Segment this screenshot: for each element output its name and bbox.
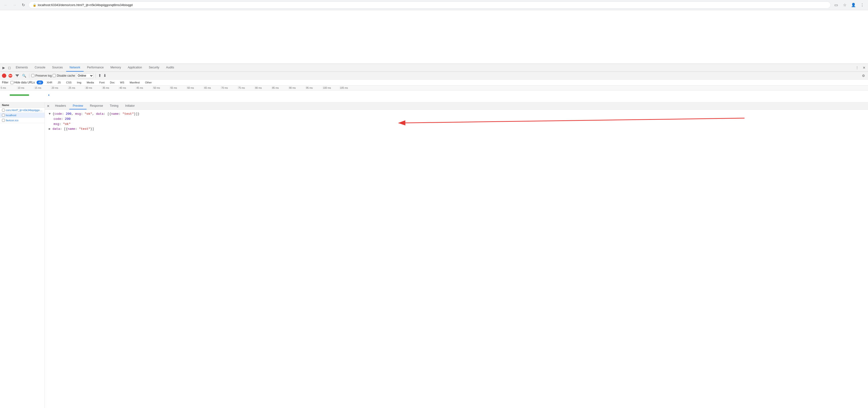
tab-performance[interactable]: Performance	[84, 64, 107, 71]
timeline-tick: 10 ms	[17, 87, 34, 89]
url-text: localhost:63343/demo/cors.html?_ijt=n5k3…	[38, 3, 132, 7]
preview-tab-response[interactable]: Response	[87, 103, 106, 109]
filter-type-other[interactable]: Other	[144, 81, 154, 84]
content-area: Name cors.html?_ijt=n5k34bqslggonq... lo…	[0, 103, 868, 408]
tab-application[interactable]: Application	[124, 64, 145, 71]
filter-type-css[interactable]: CSS	[64, 81, 73, 84]
filter-type-ws[interactable]: WS	[118, 81, 126, 84]
filter-type-all[interactable]: All	[37, 81, 43, 84]
filter-type-js[interactable]: JS	[56, 81, 63, 84]
preview-content: ▼ {code: 200, msg: "ok", data: [{name: "…	[45, 110, 868, 408]
file-item-cors[interactable]: cors.html?_ijt=n5k34bqslggonq...	[0, 108, 44, 113]
tab-security[interactable]: Security	[145, 64, 163, 71]
export-button[interactable]: ⬇	[103, 73, 107, 78]
preview-tab-initiator[interactable]: Initiator	[122, 103, 138, 109]
menu-button[interactable]: ⋮	[859, 2, 866, 8]
timeline-tick: 80 ms	[254, 87, 271, 89]
browser-toolbar: ← → ↻ 🔒 localhost:63343/demo/cors.html?_…	[0, 0, 868, 10]
timeline-tick: 55 ms	[169, 87, 187, 89]
disable-cache-label[interactable]: Disable cache	[53, 74, 75, 77]
browser-chrome: ← → ↻ 🔒 localhost:63343/demo/cors.html?_…	[0, 0, 868, 10]
preview-tab-timing[interactable]: Timing	[106, 103, 122, 109]
devtools-tab-actions: ⋮ ✕	[854, 65, 867, 70]
bookmark-button[interactable]: ☆	[841, 2, 848, 8]
filter-type-manifest[interactable]: Manifest	[128, 81, 142, 84]
preview-tab-headers[interactable]: Headers	[52, 103, 69, 109]
file-checkbox-cors[interactable]	[2, 109, 5, 112]
preview-close-button[interactable]: ✕	[45, 103, 52, 109]
timeline-tick: 35 ms	[102, 87, 119, 89]
timeline-tick: 100 ms	[322, 87, 339, 89]
timeline-tick: 40 ms	[119, 87, 136, 89]
close-devtools-button[interactable]: ✕	[861, 65, 867, 70]
timeline-tick: 25 ms	[68, 87, 85, 89]
code-value: 200	[65, 117, 70, 121]
timeline-tick: 65 ms	[204, 87, 220, 89]
back-button[interactable]: ←	[2, 2, 9, 8]
filter-type-media[interactable]: Media	[85, 81, 96, 84]
code-value-summary: 200	[66, 112, 71, 116]
device-toolbar-button[interactable]: ◻	[6, 65, 12, 70]
toolbar-actions: ▭ ☆ 👤 ⋮	[833, 2, 866, 8]
address-bar[interactable]: 🔒 localhost:63343/demo/cors.html?_ijt=n5…	[29, 1, 831, 8]
preview-code-line: code: 200	[49, 117, 864, 122]
filter-type-doc[interactable]: Doc	[108, 81, 117, 84]
devtools-panel: ▶ ◻ Elements Console Sources Network Per…	[0, 63, 868, 408]
record-button[interactable]	[2, 74, 6, 78]
tab-network[interactable]: Network	[66, 64, 84, 71]
timeline-tick: 15 ms	[34, 87, 51, 89]
account-button[interactable]: 👤	[850, 2, 857, 8]
filter-type-img[interactable]: Img	[75, 81, 83, 84]
preview-tabs: ✕ Headers Preview Response Timing Initia…	[45, 103, 868, 110]
tab-console[interactable]: Console	[31, 64, 49, 71]
filter-type-font[interactable]: Font	[98, 81, 106, 84]
forward-button[interactable]: →	[11, 2, 18, 8]
filter-bar: Filter Hide data URLs All XHR JS CSS Img…	[0, 80, 868, 86]
throttle-select[interactable]: OnlineOfflineSlow 3GFast 3G	[76, 73, 94, 78]
hide-data-urls-checkbox[interactable]	[10, 81, 13, 84]
clear-button[interactable]: ⛔	[7, 73, 13, 78]
lock-icon: 🔒	[33, 3, 36, 7]
browser-page	[0, 10, 868, 63]
preserve-log-label[interactable]: Preserve log	[31, 74, 52, 77]
network-toolbar: ⛔ 🔍 Preserve log Disable cache OnlineOff…	[0, 72, 868, 80]
preview-msg-line: msg: "ok"	[49, 122, 864, 127]
preview-summary-line: ▼ {code: 200, msg: "ok", data: [{name: "…	[49, 112, 864, 117]
cast-button[interactable]: ▭	[833, 2, 839, 8]
timeline-tick: 70 ms	[220, 87, 238, 89]
inspect-element-button[interactable]: ▶	[1, 65, 6, 70]
disable-cache-checkbox[interactable]	[53, 74, 56, 77]
preserve-log-checkbox[interactable]	[31, 74, 34, 77]
timeline-tick: 75 ms	[238, 87, 254, 89]
msg-value: "ok"	[63, 122, 70, 126]
data-expand-icon[interactable]: ▶	[49, 127, 51, 131]
file-checkbox-favicon[interactable]	[2, 119, 5, 122]
tab-memory[interactable]: Memory	[107, 64, 124, 71]
file-item-localhost[interactable]: localhost	[0, 113, 44, 118]
network-settings-button[interactable]: ⚙	[861, 73, 866, 78]
filter-label: Filter	[2, 81, 8, 84]
devtools-tab-bar: ▶ ◻ Elements Console Sources Network Per…	[0, 64, 868, 72]
more-tabs-button[interactable]: ⋮	[854, 65, 860, 70]
timeline-tick: 60 ms	[187, 87, 204, 89]
tab-sources[interactable]: Sources	[49, 64, 66, 71]
search-button[interactable]: 🔍	[21, 73, 27, 78]
tab-elements[interactable]: Elements	[12, 64, 31, 71]
file-name-favicon: favicon.ico	[6, 119, 19, 122]
hide-data-urls-label[interactable]: Hide data URLs	[10, 81, 35, 84]
import-button[interactable]: ⬆	[98, 73, 102, 78]
separator-1	[29, 74, 29, 78]
file-item-favicon[interactable]: favicon.ico	[0, 118, 44, 123]
filter-type-xhr[interactable]: XHR	[45, 81, 54, 84]
separator-2	[95, 74, 96, 78]
timeline-tick: 5 ms	[0, 87, 17, 89]
preview-tab-preview[interactable]: Preview	[69, 103, 87, 109]
file-checkbox-localhost[interactable]	[2, 114, 5, 117]
preview-panel: ✕ Headers Preview Response Timing Initia…	[45, 103, 868, 408]
timeline-chart	[0, 90, 868, 100]
filter-button[interactable]	[14, 73, 20, 78]
reload-button[interactable]: ↻	[20, 2, 27, 8]
tab-audits[interactable]: Audits	[163, 64, 177, 71]
timeline-tick: 90 ms	[288, 87, 305, 89]
expand-icon[interactable]: ▼	[49, 112, 51, 116]
